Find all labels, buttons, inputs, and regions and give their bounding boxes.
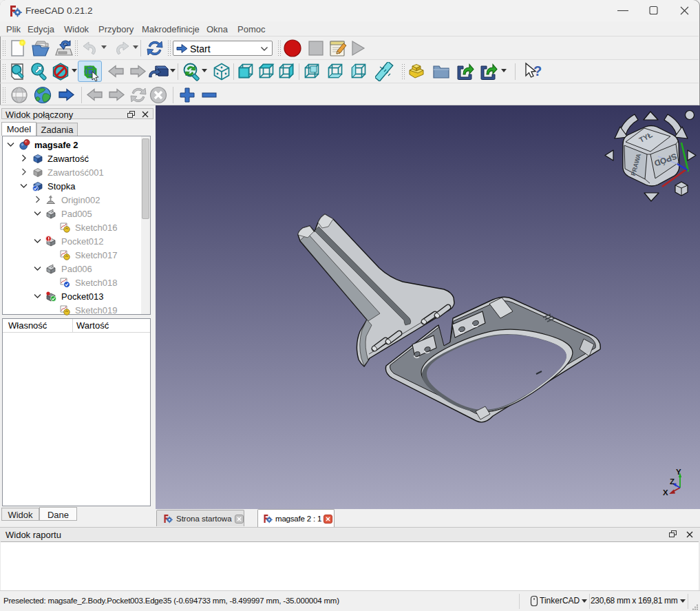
svg-text:?: ? [533,63,542,79]
svg-text:Y: Y [676,468,681,476]
svg-text:Z: Z [670,477,675,486]
svg-text:X: X [663,488,668,497]
